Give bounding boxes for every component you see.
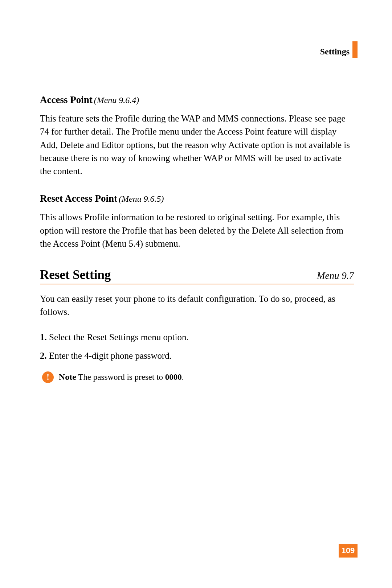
alert-icon: ! xyxy=(42,371,54,383)
subheading-title: Access Point xyxy=(40,94,93,105)
subheading-title: Reset Access Point xyxy=(40,193,117,204)
note: ! Note The password is preset to 0000. xyxy=(42,371,354,383)
section-access-point: Access Point (Menu 9.6.4) This feature s… xyxy=(40,94,354,178)
chapter-accent-bar xyxy=(352,41,358,58)
step-text: Select the Reset Settings menu option. xyxy=(47,332,189,342)
subheading-menu-ref: (Menu 9.6.5) xyxy=(119,194,164,203)
subheading-menu-ref: (Menu 9.6.4) xyxy=(94,95,139,105)
note-suffix: . xyxy=(182,373,184,382)
note-content: Note The password is preset to 0000. xyxy=(59,372,184,382)
main-heading-title: Reset Setting xyxy=(40,268,111,282)
step-1: 1. Select the Reset Settings menu option… xyxy=(40,330,354,344)
alert-icon-glyph: ! xyxy=(46,372,49,382)
body-text-access-point: This feature sets the Profile during the… xyxy=(40,112,354,178)
note-label: Note xyxy=(59,372,76,382)
section-reset-access-point: Reset Access Point (Menu 9.6.5) This all… xyxy=(40,193,354,250)
page-number: 109 xyxy=(339,544,358,558)
note-bold-value: 0000 xyxy=(165,373,182,382)
note-text-prefix: The password is preset to xyxy=(76,373,165,382)
chapter-header: Settings xyxy=(320,45,358,58)
body-text-reset-access-point: This allows Profile information to be re… xyxy=(40,211,354,250)
step-2: 2. Enter the 4-digit phone password. xyxy=(40,349,354,363)
step-number: 1. xyxy=(40,332,47,342)
chapter-title: Settings xyxy=(320,47,350,57)
body-text-reset-setting-intro: You can easily reset your phone to its d… xyxy=(40,292,354,319)
main-heading-reset-setting: Reset Setting Menu 9.7 xyxy=(40,268,354,284)
subheading-access-point: Access Point (Menu 9.6.4) xyxy=(40,94,354,106)
step-number: 2. xyxy=(40,351,47,361)
page-number-value: 109 xyxy=(342,546,355,555)
step-text: Enter the 4-digit phone password. xyxy=(47,351,172,361)
main-heading-menu-ref: Menu 9.7 xyxy=(317,270,354,281)
subheading-reset-access-point: Reset Access Point (Menu 9.6.5) xyxy=(40,193,354,204)
